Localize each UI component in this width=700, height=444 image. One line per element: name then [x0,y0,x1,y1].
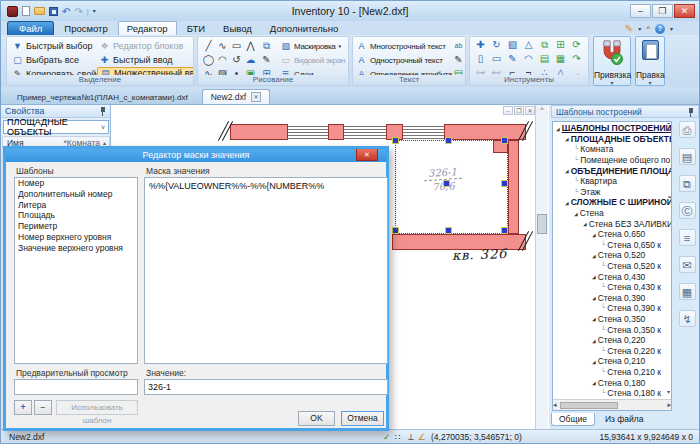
help-caret-icon[interactable]: ▾ [670,25,673,32]
template-item[interactable]: Номер [15,178,137,189]
rectangle-icon[interactable]: ▭ [230,40,243,52]
viewport-button[interactable]: ▭Видовой экран▾ [280,54,349,66]
tree-expander-icon[interactable]: ◢ [583,220,587,227]
redo-icon[interactable]: ↷ [74,6,82,17]
tree-expander-icon[interactable]: ◢ [592,315,596,322]
tab-close-icon[interactable]: ✕ [251,92,261,102]
ungroup-icon[interactable]: ⊞ [554,39,567,51]
tree-item[interactable]: ◢СЛОЖНЫЕ С ШИРИНОЙ [553,197,671,208]
collapse-panel-icon[interactable]: ^ [536,106,548,113]
tree-expander-icon[interactable]: ◢ [592,231,596,238]
tree-item[interactable]: ◢Стена 0,430 [553,271,671,282]
rotate-icon[interactable]: ↻ [490,39,503,51]
arc-edit-icon[interactable]: ◠ [522,53,535,65]
maximize-button[interactable]: ❐ [652,4,673,18]
grip-handle[interactable] [445,227,452,234]
tree-item[interactable]: ◢Стена 0,520 [553,250,671,261]
snap-button[interactable]: Привязка ▾ [593,36,631,86]
tab-from-file[interactable]: Из файла [598,413,651,425]
app-logo-icon[interactable] [7,6,18,17]
window-opening[interactable] [402,124,445,140]
grip-handle[interactable] [445,137,452,144]
arc-icon[interactable]: ◠ [216,54,229,66]
template-item[interactable]: Значение верхнего уровня [15,243,137,254]
tree-scroll-up-icon[interactable]: ▴ [667,125,670,132]
tree-item[interactable]: └Стена 0,350 к [553,324,671,335]
move-icon[interactable]: ✚ [474,39,487,51]
import-icon[interactable]: ▤ [679,148,696,165]
save-icon[interactable] [49,7,58,16]
tree-item[interactable]: ◢Стена [553,208,671,219]
open-file-icon[interactable] [34,7,45,15]
array-icon[interactable]: ▭ [490,53,503,65]
tab-editor[interactable]: Редактор [118,21,177,35]
grip-handle[interactable] [392,137,399,144]
line-icon[interactable]: ╱ [202,40,215,52]
edit-clipboard-button[interactable]: Правка ▾ [635,36,665,86]
template-item[interactable]: Номер верхнего уровня [15,232,137,243]
wall-top[interactable] [230,124,526,140]
container-icon[interactable]: Ⓒ [679,202,696,219]
tree-item[interactable]: ◢Стена 0,220 [553,335,671,346]
tree-item[interactable]: └Квартира [553,176,671,187]
tree-item[interactable]: └Стена 0,650 к [553,240,671,251]
text-style-icon[interactable]: ab [452,40,465,52]
tree-item[interactable]: ◢Стена 0,350 [553,314,671,325]
tree-scroll-down-icon[interactable]: ▾ [667,388,670,395]
pin-icon[interactable] [688,107,694,117]
tree-item[interactable]: └Комната [553,144,671,155]
select-all-button[interactable]: ▢Выбрать все [12,54,79,66]
window-opening[interactable] [287,124,329,140]
add-template-button[interactable]: + [14,400,32,415]
tab-view[interactable]: Просмотр [56,22,115,35]
minimize-button[interactable]: – [630,4,651,18]
tab-bti[interactable]: БТИ [179,22,213,35]
grip-handle[interactable] [392,227,399,234]
tree-item[interactable]: └Стена 0,220 к [553,345,671,356]
ellipse-icon[interactable]: ↺ [230,54,243,66]
printer-icon[interactable]: ⎙ [679,121,696,138]
mdi-close-icon[interactable]: ✕ [525,106,535,115]
tree-expander-icon[interactable]: ◢ [574,210,578,217]
remove-template-button[interactable]: − [34,400,52,415]
tree-item[interactable]: └Этаж [553,187,671,198]
edit-text-icon[interactable]: ✎ [452,54,465,66]
tree-hscrollbar[interactable]: ◂▸ [553,399,671,410]
template-item[interactable]: Площадь [15,210,137,221]
mirror-icon[interactable]: △ [522,39,535,51]
block-editor-button[interactable]: ❖Редактор блоков [99,40,183,52]
wall-right[interactable] [508,140,519,234]
template-item[interactable]: Периметр [15,221,137,232]
help-icon[interactable]: ? [655,24,665,34]
dialog-close-icon[interactable]: ✕ [356,149,378,161]
hscroll-right-icon[interactable]: ▸ [667,401,671,409]
tree-expander-icon[interactable]: ◢ [565,167,569,174]
tree-expander-icon[interactable]: ◢ [565,135,569,142]
preview-input[interactable] [14,379,138,395]
customize-caret-icon[interactable]: ▾ [93,6,96,17]
region-icon[interactable]: ⧉ [260,40,273,52]
apartment-label[interactable]: кв. 32б [452,246,508,263]
tree-expander-icon[interactable]: ◢ [592,294,596,301]
use-template-button[interactable]: Использовать шаблон [56,400,138,415]
sketch-icon[interactable]: ✎ [260,54,273,66]
tab-output[interactable]: Вывод [215,22,260,35]
tree-item[interactable]: ◢ОБЪЕДИНЕНИЕ ПЛОЩАД [553,165,671,176]
object-type-select[interactable]: ПЛОЩАДНЫЕ ОБЪЕКТЫ˅ [3,120,109,134]
masking-button[interactable]: ▧Маскировка▾ [280,40,341,52]
cancel-button[interactable]: Отмена [341,411,384,426]
inbox-icon[interactable]: ✉ [679,256,696,273]
tab-common[interactable]: Общие [551,413,595,426]
tree-item[interactable]: └Стена 0,210 к [553,367,671,378]
ortho-icon[interactable]: ⊥ [407,432,414,442]
interface-style-icon[interactable]: ✎ [625,23,633,34]
tree-expander-icon[interactable]: ◢ [592,358,596,365]
mtext-button[interactable]: AМногострочный текст [356,40,446,52]
copy-group-icon[interactable]: ▤ [538,53,551,65]
mdi-minimize-icon[interactable]: – [503,106,513,115]
document-tab-plan[interactable]: Пример_чертежа№1(ПЛАН_с_комнатами).dxf [9,91,196,104]
tree-item[interactable]: └Помещение общего по [553,155,671,166]
connector-icon[interactable]: ↯ [679,310,696,327]
tree-expander-icon[interactable]: ◢ [592,379,596,386]
osnap-icon[interactable]: ∠ [418,432,426,442]
